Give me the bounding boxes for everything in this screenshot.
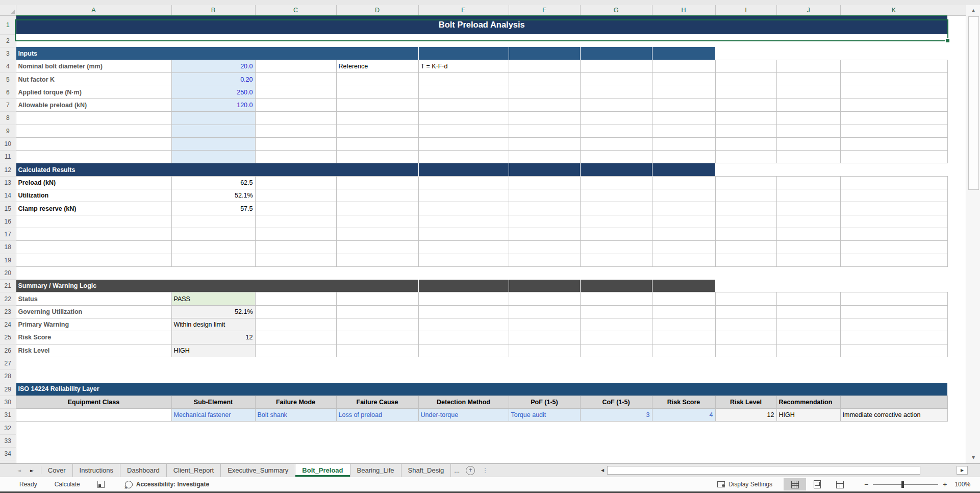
cell[interactable] bbox=[652, 202, 715, 215]
row-header[interactable]: 27 bbox=[0, 357, 16, 369]
cell[interactable] bbox=[652, 137, 715, 150]
cell[interactable] bbox=[715, 137, 776, 150]
cell[interactable] bbox=[776, 202, 840, 215]
cell[interactable] bbox=[16, 112, 171, 125]
cell[interactable] bbox=[776, 305, 840, 318]
cell[interactable] bbox=[171, 254, 255, 266]
cell[interactable] bbox=[336, 98, 418, 111]
cell[interactable] bbox=[776, 73, 840, 86]
cell[interactable] bbox=[776, 112, 840, 125]
summary-label[interactable]: Risk Score bbox=[16, 331, 171, 344]
cell[interactable] bbox=[418, 292, 509, 305]
row-header[interactable]: 19 bbox=[0, 254, 16, 266]
cell[interactable] bbox=[418, 125, 509, 137]
sheet-tab-client-report[interactable]: Client_Report bbox=[167, 464, 221, 477]
section-band-cell[interactable] bbox=[652, 163, 715, 176]
cell[interactable] bbox=[580, 86, 652, 98]
cell[interactable] bbox=[509, 241, 580, 254]
cell[interactable] bbox=[715, 305, 776, 318]
accessibility-status[interactable]: ✕ Accessibility: Investigate bbox=[125, 481, 209, 488]
input-label[interactable]: Applied torque (N·m) bbox=[16, 86, 171, 98]
tabbar-splitter[interactable]: ⋮ bbox=[478, 464, 492, 477]
select-all-corner[interactable] bbox=[0, 5, 16, 15]
cell[interactable] bbox=[509, 125, 580, 137]
vertical-scrollbar[interactable]: ▲ ▼ bbox=[966, 5, 980, 463]
cell[interactable] bbox=[509, 318, 580, 331]
section-band-cell[interactable] bbox=[580, 47, 652, 60]
summary-label[interactable]: Risk Level bbox=[16, 344, 171, 357]
column-header[interactable]: E bbox=[418, 5, 509, 15]
row-header[interactable]: 20 bbox=[0, 266, 16, 279]
cell[interactable] bbox=[16, 409, 171, 422]
cell[interactable] bbox=[580, 254, 652, 266]
cell[interactable] bbox=[16, 215, 171, 228]
macro-record-icon[interactable] bbox=[97, 481, 105, 488]
cell[interactable] bbox=[840, 292, 947, 305]
cell[interactable] bbox=[509, 112, 580, 125]
input-label[interactable]: Nut factor K bbox=[16, 73, 171, 86]
sheet-title-cell[interactable]: Bolt Preload Analysis bbox=[16, 15, 947, 34]
cell[interactable] bbox=[418, 189, 509, 202]
iso-row-cell[interactable]: HIGH bbox=[776, 409, 840, 422]
cell[interactable] bbox=[652, 228, 715, 240]
cell[interactable] bbox=[16, 422, 947, 434]
cell[interactable] bbox=[652, 292, 715, 305]
input-value[interactable]: 0.20 bbox=[171, 73, 255, 86]
reference-formula[interactable]: T = K·F·d bbox=[418, 60, 509, 73]
cell[interactable] bbox=[840, 73, 947, 86]
zoom-out-button[interactable]: − bbox=[864, 480, 868, 488]
cell[interactable] bbox=[509, 137, 580, 150]
tab-scroll-right-icon[interactable]: ► bbox=[30, 468, 34, 473]
cell[interactable] bbox=[840, 125, 947, 137]
cell[interactable] bbox=[715, 112, 776, 125]
section-header-summary[interactable]: Summary / Warning Logic bbox=[16, 280, 418, 292]
row-header[interactable]: 25 bbox=[0, 331, 16, 344]
cell[interactable] bbox=[580, 189, 652, 202]
scroll-right-icon[interactable]: ▶ bbox=[957, 466, 968, 475]
result-label[interactable]: Preload (kN) bbox=[16, 176, 171, 189]
cell[interactable] bbox=[509, 73, 580, 86]
cell[interactable] bbox=[652, 189, 715, 202]
row-header[interactable]: 34 bbox=[0, 448, 16, 460]
cell[interactable] bbox=[336, 176, 418, 189]
cell[interactable] bbox=[776, 176, 840, 189]
cell[interactable] bbox=[776, 241, 840, 254]
zoom-level[interactable]: 100% bbox=[954, 481, 970, 488]
row-header[interactable]: 6 bbox=[0, 86, 16, 98]
cell[interactable] bbox=[255, 305, 336, 318]
result-value[interactable]: 52.1% bbox=[171, 189, 255, 202]
cell[interactable] bbox=[418, 98, 509, 111]
cell[interactable] bbox=[652, 60, 715, 73]
input-label[interactable]: Allowable preload (kN) bbox=[16, 98, 171, 111]
cell[interactable] bbox=[580, 241, 652, 254]
cell[interactable] bbox=[776, 86, 840, 98]
column-header[interactable]: J bbox=[776, 5, 840, 15]
cell[interactable] bbox=[776, 98, 840, 111]
row-header[interactable]: 7 bbox=[0, 98, 16, 111]
iso-column-header[interactable]: Recommendation bbox=[776, 396, 840, 408]
tab-scroll-left-icon[interactable]: ◄ bbox=[17, 468, 21, 473]
section-band-cell[interactable] bbox=[418, 280, 509, 292]
cell[interactable] bbox=[776, 228, 840, 240]
cell[interactable] bbox=[336, 215, 418, 228]
cell[interactable] bbox=[715, 125, 776, 137]
cell[interactable] bbox=[652, 318, 715, 331]
summary-label[interactable]: Primary Warning bbox=[16, 318, 171, 331]
cell[interactable] bbox=[255, 344, 336, 357]
zoom-slider[interactable] bbox=[873, 484, 938, 485]
cell[interactable] bbox=[418, 331, 509, 344]
column-header[interactable]: H bbox=[652, 5, 715, 15]
cell[interactable] bbox=[715, 280, 947, 292]
cell[interactable] bbox=[16, 357, 947, 369]
cell[interactable] bbox=[336, 228, 418, 240]
summary-value[interactable]: HIGH bbox=[171, 344, 255, 357]
input-value[interactable]: 120.0 bbox=[171, 98, 255, 111]
cell[interactable] bbox=[776, 215, 840, 228]
cell[interactable] bbox=[580, 331, 652, 344]
cell[interactable] bbox=[255, 151, 336, 163]
normal-view-button[interactable] bbox=[784, 478, 806, 490]
cell[interactable] bbox=[255, 228, 336, 240]
cell[interactable] bbox=[418, 254, 509, 266]
cell[interactable] bbox=[776, 60, 840, 73]
cell[interactable] bbox=[840, 137, 947, 150]
